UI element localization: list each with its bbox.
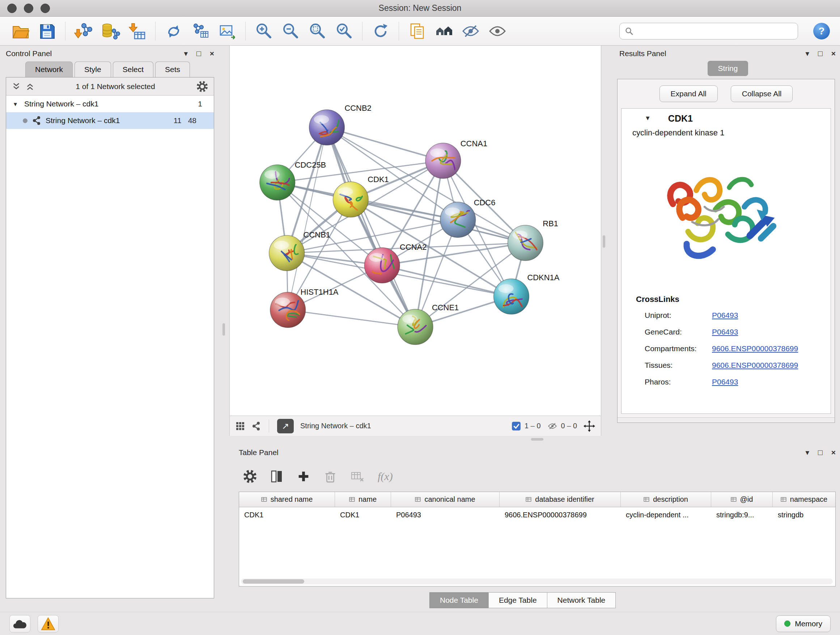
cell-description[interactable]: cyclin-dependent ... (621, 507, 711, 523)
control-panel-menu-icon[interactable]: ▾ (184, 49, 188, 58)
network-and-table-button[interactable] (190, 21, 210, 42)
crosslink-link[interactable]: 9606.ENSP00000378699 (712, 361, 798, 370)
control-panel-close-icon[interactable]: × (210, 49, 214, 58)
column-header-database-identifier[interactable]: database identifier (500, 492, 621, 507)
network-node-RB1[interactable] (508, 225, 543, 261)
network-canvas[interactable]: CCNB2CCNA1CDC25BCDK1CDC6RB1CCNB1CCNA2CDK… (229, 46, 601, 416)
string-results-tab[interactable]: String (707, 61, 748, 76)
network-node-CCNA2[interactable] (364, 248, 400, 283)
first-neighbors-button[interactable] (434, 21, 454, 42)
results-panel-menu-icon[interactable]: ▾ (806, 49, 810, 58)
table-panel-float-icon[interactable]: □ (818, 448, 823, 457)
column-header-namespace[interactable]: namespace (773, 492, 835, 507)
save-session-button[interactable] (37, 21, 57, 42)
network-collection-row[interactable]: ▼ String Network – cdk1 1 (6, 96, 214, 112)
control-panel-float-icon[interactable]: □ (196, 49, 201, 58)
zoom-out-button[interactable] (280, 21, 301, 42)
hide-selected-button[interactable] (461, 21, 481, 42)
delete-table-icon[interactable] (350, 470, 365, 483)
tab-select[interactable]: Select (113, 62, 153, 77)
grid-view-icon[interactable] (235, 421, 245, 431)
collapse-all-icon[interactable] (12, 82, 21, 91)
hidden-eye-slash-icon[interactable] (547, 421, 557, 431)
tab-edge-table[interactable]: Edge Table (488, 592, 547, 608)
network-node-CDC6[interactable] (440, 202, 476, 238)
splitter-handle-left[interactable] (223, 323, 225, 336)
help-button[interactable]: ? (813, 23, 830, 40)
crosslink-link[interactable]: 9606.ENSP00000378699 (712, 344, 798, 353)
table-scrollbar-thumb[interactable] (243, 579, 304, 584)
cell-name[interactable]: CDK1 (335, 507, 391, 523)
results-panel-float-icon[interactable]: □ (818, 49, 823, 58)
cell-id[interactable]: stringdb:9... (711, 507, 773, 523)
network-edge[interactable] (382, 265, 511, 296)
gear-icon[interactable] (196, 81, 208, 92)
tree-expander-icon[interactable]: ▼ (13, 101, 20, 107)
zoom-selected-button[interactable] (334, 21, 354, 42)
apply-layout-button[interactable] (370, 21, 391, 42)
add-column-plus-icon[interactable] (297, 470, 310, 483)
tab-sets[interactable]: Sets (155, 62, 190, 77)
splitter-handle-bottom[interactable] (531, 438, 543, 440)
cell-shared-name[interactable]: CDK1 (239, 507, 335, 523)
column-header-canonical-name[interactable]: canonical name (391, 492, 500, 507)
network-edge[interactable] (327, 127, 415, 327)
delete-column-trash-icon[interactable] (324, 470, 337, 483)
table-panel-menu-icon[interactable]: ▾ (806, 448, 810, 457)
splitter-handle-right[interactable] (603, 235, 605, 248)
column-header-name[interactable]: name (335, 492, 391, 507)
gene-section-header[interactable]: ▼ CDK1 (622, 109, 831, 128)
tab-network[interactable]: Network (25, 62, 73, 77)
table-settings-gear-icon[interactable] (243, 470, 257, 483)
network-edge[interactable] (288, 310, 415, 327)
import-network-file-button[interactable] (73, 21, 94, 42)
network-node-CCNE1[interactable] (398, 309, 433, 345)
import-table-file-button[interactable] (127, 21, 147, 42)
network-node-CDC25B[interactable] (260, 165, 295, 200)
expand-all-button[interactable]: Expand All (660, 86, 718, 102)
collapse-all-button[interactable]: Collapse All (731, 86, 793, 102)
table-row[interactable]: CDK1 CDK1 P06493 9606.ENSP00000378699 cy… (239, 507, 835, 523)
crosslink-link[interactable]: P06493 (712, 311, 738, 320)
search-box[interactable] (619, 23, 798, 40)
network-node-CCNA1[interactable] (425, 143, 461, 179)
table-panel-close-icon[interactable]: × (831, 448, 836, 457)
network-edge[interactable] (327, 127, 443, 161)
network-node-CCNB1[interactable] (269, 235, 305, 271)
network-edge[interactable] (288, 127, 327, 310)
table-horizontal-scrollbar[interactable] (241, 578, 833, 584)
warnings-button[interactable] (38, 615, 58, 632)
manage-columns-icon[interactable] (270, 469, 284, 484)
network-node-CDKN1A[interactable] (494, 279, 529, 314)
open-session-button[interactable] (10, 21, 30, 42)
cloud-button[interactable] (9, 615, 30, 632)
show-all-button[interactable] (487, 21, 508, 42)
clone-network-button[interactable] (164, 21, 184, 42)
birdseye-view-button[interactable]: ↗ (277, 419, 294, 433)
results-horizontal-scrollbar[interactable] (617, 417, 835, 423)
network-row-selected[interactable]: String Network – cdk1 11 48 (6, 112, 214, 129)
import-network-database-button[interactable] (100, 21, 120, 42)
function-builder-icon[interactable]: f(x) (378, 470, 393, 483)
gene-collapse-icon[interactable]: ▼ (645, 115, 651, 122)
network-view-icon[interactable] (251, 421, 261, 431)
crosslink-link[interactable]: P06493 (712, 378, 738, 386)
copy-style-button[interactable] (407, 21, 427, 42)
cell-database-identifier[interactable]: 9606.ENSP00000378699 (500, 507, 621, 523)
selected-checkbox-icon[interactable] (512, 421, 521, 431)
network-node-CDK1[interactable] (333, 182, 368, 217)
tab-network-table[interactable]: Network Table (547, 592, 616, 608)
column-header-shared-name[interactable]: shared name (239, 492, 335, 507)
expand-all-icon[interactable] (26, 82, 34, 91)
column-header-id[interactable]: @id (711, 492, 773, 507)
zoom-fit-button[interactable] (307, 21, 327, 42)
tab-style[interactable]: Style (74, 62, 111, 77)
network-node-CCNB2[interactable] (309, 110, 345, 145)
results-panel-close-icon[interactable]: × (831, 49, 836, 58)
memory-button[interactable]: Memory (776, 616, 831, 632)
cell-canonical-name[interactable]: P06493 (391, 507, 500, 523)
column-header-description[interactable]: description (621, 492, 711, 507)
crosslink-link[interactable]: P06493 (712, 328, 738, 336)
zoom-in-button[interactable] (254, 21, 274, 42)
network-node-HIST1H1A[interactable] (270, 292, 306, 328)
